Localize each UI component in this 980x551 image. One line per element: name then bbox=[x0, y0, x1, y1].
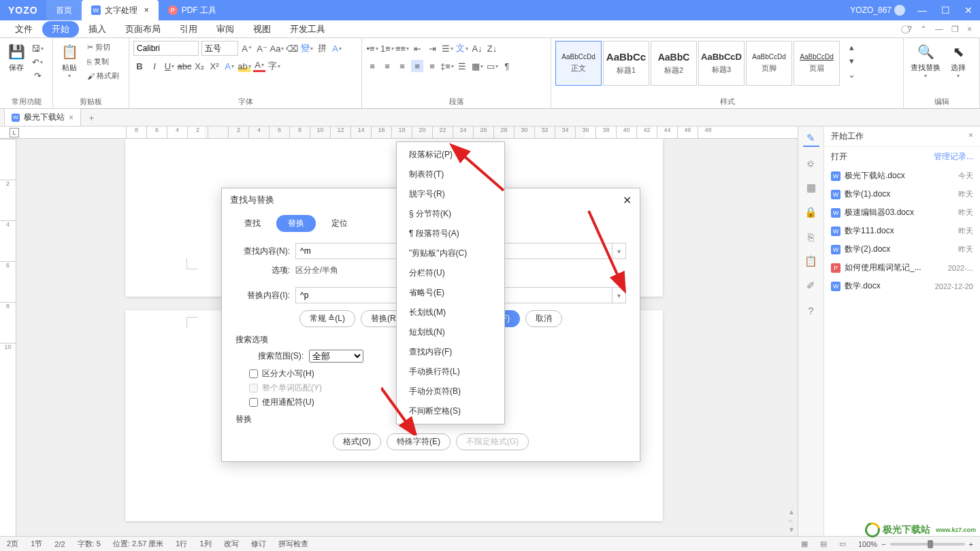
borders-icon[interactable]: ▭ bbox=[486, 60, 498, 72]
recent-file-item[interactable]: W极光下载站.docx今天 bbox=[831, 167, 973, 185]
menu-review[interactable]: 审阅 bbox=[207, 21, 244, 37]
status-page[interactable]: 2页 bbox=[7, 539, 18, 549]
strike-icon[interactable]: abc bbox=[178, 60, 191, 72]
menu-item[interactable]: 查找内容(F) bbox=[397, 342, 504, 362]
help-icon[interactable]: ? bbox=[803, 302, 819, 318]
view-normal-icon[interactable]: ▦ bbox=[801, 539, 808, 548]
vertical-ruler[interactable]: 246810 bbox=[0, 139, 16, 536]
shrink-font-icon[interactable]: A⁻ bbox=[256, 42, 268, 54]
increase-indent-icon[interactable]: ⇥ bbox=[426, 42, 438, 54]
align-left-icon[interactable]: ≡ bbox=[366, 60, 378, 72]
recent-file-item[interactable]: W数学.docx2022-12-20 bbox=[831, 277, 973, 295]
close-button[interactable]: ✕ bbox=[957, 5, 980, 16]
save-as-dropdown[interactable]: 🖫 bbox=[31, 42, 44, 54]
style-item[interactable]: AaBbCc标题1 bbox=[603, 41, 649, 86]
status-line[interactable]: 1行 bbox=[176, 539, 187, 549]
cut-button[interactable]: ✂剪切 bbox=[84, 41, 122, 54]
sort2-icon[interactable]: Z↓ bbox=[486, 42, 498, 54]
font-size-combo[interactable] bbox=[201, 41, 238, 56]
search-range-select[interactable]: 全部 bbox=[309, 350, 363, 363]
format-painter-button[interactable]: 🖌格式刷 bbox=[84, 69, 122, 82]
multilevel-icon[interactable]: ≡≡ bbox=[396, 42, 408, 54]
close-icon[interactable]: × bbox=[144, 5, 149, 15]
minimize-child-icon[interactable]: — bbox=[932, 24, 946, 34]
text-effect-icon[interactable]: A bbox=[223, 60, 235, 72]
status-spell[interactable]: 拼写检查 bbox=[278, 539, 308, 549]
scroll-up-icon[interactable]: ▲ bbox=[788, 508, 795, 516]
recent-file-item[interactable]: W数学(2).docx昨天 bbox=[831, 240, 973, 258]
subscript-icon[interactable]: X₂ bbox=[193, 60, 206, 72]
char-shading-icon[interactable]: A bbox=[331, 42, 343, 54]
grow-font-icon[interactable]: A⁺ bbox=[241, 42, 253, 54]
menu-item[interactable]: 不间断空格(S) bbox=[397, 401, 504, 421]
view-outline-icon[interactable]: ▤ bbox=[820, 539, 827, 548]
align-center-icon[interactable]: ≡ bbox=[381, 60, 393, 72]
tab-pdf[interactable]: P PDF 工具 bbox=[159, 0, 226, 20]
edit-icon[interactable]: ✐ bbox=[803, 278, 819, 294]
find-dropdown-icon[interactable]: ▾ bbox=[612, 243, 626, 259]
menu-item[interactable]: § 分节符(K) bbox=[397, 204, 504, 224]
decrease-indent-icon[interactable]: ⇤ bbox=[411, 42, 423, 54]
phonetic-icon[interactable]: 變 bbox=[301, 42, 313, 54]
zoom-control[interactable]: 100% − + bbox=[858, 540, 973, 548]
styles-gallery[interactable]: AaBbCcDd正文AaBbCc标题1AaBbC标题2AaBbCcD标题3AaB… bbox=[555, 41, 840, 86]
char-border-icon[interactable]: 拼 bbox=[316, 42, 328, 54]
linespacing-icon[interactable]: ‡≡ bbox=[441, 60, 453, 72]
zoom-in-icon[interactable]: + bbox=[969, 540, 973, 548]
status-position[interactable]: 位置: 2.57 厘米 bbox=[113, 539, 164, 549]
recent-file-item[interactable]: W极速编辑器03.docx昨天 bbox=[831, 203, 973, 222]
menu-item[interactable]: "剪贴板"内容(C) bbox=[397, 244, 504, 263]
close-panel-icon[interactable]: × bbox=[968, 131, 973, 142]
shading-icon[interactable]: ▦ bbox=[471, 60, 483, 72]
align-right-icon[interactable]: ≡ bbox=[396, 60, 408, 72]
menu-item[interactable]: 长划线(M) bbox=[397, 303, 504, 322]
replace-dropdown-icon[interactable]: ▾ bbox=[612, 287, 626, 303]
manage-records-link[interactable]: 管理记录... bbox=[934, 151, 973, 163]
styles-scroll-up-icon[interactable]: ▴ bbox=[845, 41, 858, 53]
close-child-icon[interactable]: × bbox=[964, 24, 975, 34]
menu-file[interactable]: 文件 bbox=[5, 21, 42, 37]
find-replace-button[interactable]: 🔍 查找替换 ▾ bbox=[908, 41, 943, 80]
align-justify-icon[interactable]: ≡ bbox=[411, 60, 423, 72]
close-doc-icon[interactable]: × bbox=[69, 113, 74, 122]
styles-expand-icon[interactable]: ⌄ bbox=[845, 68, 858, 80]
special-char-button[interactable]: 特殊字符(E) bbox=[387, 433, 451, 450]
zoom-out-icon[interactable]: − bbox=[881, 540, 885, 548]
superscript-icon[interactable]: X² bbox=[208, 60, 220, 72]
menu-item[interactable]: 分栏符(U) bbox=[397, 263, 504, 283]
menu-start[interactable]: 开始 bbox=[42, 21, 79, 37]
format-button[interactable]: 格式(O) bbox=[333, 433, 381, 450]
dialog-close-icon[interactable]: ✕ bbox=[623, 194, 632, 207]
zoom-slider[interactable] bbox=[890, 543, 965, 546]
status-pagepos[interactable]: 2/2 bbox=[54, 540, 65, 548]
recent-file-item[interactable]: W数学(1).docx昨天 bbox=[831, 185, 973, 203]
menu-item[interactable]: 脱字号(R) bbox=[397, 184, 504, 204]
tab-replace[interactable]: 替换 bbox=[276, 215, 316, 232]
style-item[interactable]: AaBbC标题2 bbox=[651, 41, 697, 86]
status-col[interactable]: 1列 bbox=[199, 539, 211, 549]
noformat-button[interactable]: 不限定格式(G) bbox=[456, 433, 529, 450]
select-button[interactable]: ⬉ 选择 ▾ bbox=[946, 41, 970, 80]
charbox-icon[interactable]: 字 bbox=[268, 60, 280, 72]
tab-word[interactable]: W 文字处理 × bbox=[82, 0, 159, 20]
font-name-combo[interactable] bbox=[133, 41, 199, 56]
clipboard-icon[interactable]: 📋 bbox=[803, 253, 819, 269]
status-edit[interactable]: 修订 bbox=[251, 539, 266, 549]
tab-home[interactable]: 首页 bbox=[46, 0, 82, 20]
lock-icon[interactable]: 🔒 bbox=[803, 204, 819, 220]
recent-file-item[interactable]: P如何使用糯词笔记_...2022-... bbox=[831, 258, 973, 277]
help-icon[interactable]: ⃝? bbox=[904, 24, 915, 34]
menu-reference[interactable]: 引用 bbox=[170, 21, 207, 37]
distribute-icon[interactable]: ≡ bbox=[426, 60, 438, 72]
styles-scroll-down-icon[interactable]: ▾ bbox=[845, 54, 858, 67]
showmarks-icon[interactable]: ☰ bbox=[456, 60, 468, 72]
layout-icon[interactable]: ▦ bbox=[803, 180, 819, 196]
menu-view[interactable]: 视图 bbox=[244, 21, 280, 37]
recent-file-item[interactable]: W数学111.docx昨天 bbox=[831, 222, 973, 240]
menu-item[interactable]: 手动换行符(L) bbox=[397, 362, 504, 382]
style-item[interactable]: AaBbCcDd正文 bbox=[555, 41, 602, 86]
maximize-button[interactable]: ☐ bbox=[934, 5, 957, 16]
style-item[interactable]: AaBbCcDd页眉 bbox=[794, 41, 840, 86]
menu-item[interactable]: ¶ 段落符号(A) bbox=[397, 224, 504, 244]
menu-item[interactable]: 省略号(E) bbox=[397, 283, 504, 303]
